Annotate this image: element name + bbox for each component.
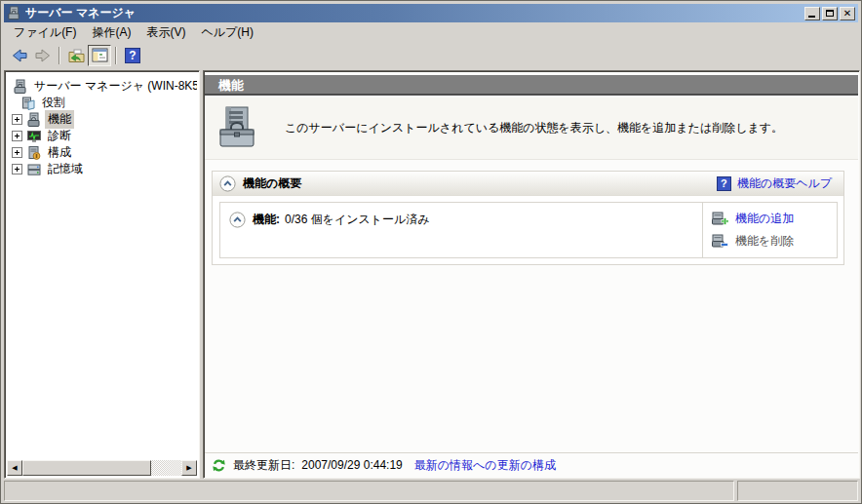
remove-features-action[interactable]: 機能を削除 xyxy=(712,230,837,252)
close-button[interactable]: ✕ xyxy=(840,7,855,20)
tree-root-server-manager[interactable]: サーバー マネージャ (WIN-8K5SAI2 xyxy=(7,78,197,95)
last-update-value: 2007/09/29 0:44:19 xyxy=(301,458,402,472)
expand-plus-icon[interactable] xyxy=(12,164,22,174)
features-large-icon xyxy=(215,105,261,152)
scroll-left-button[interactable]: ◀ xyxy=(7,460,22,476)
features-count-label: 機能: xyxy=(253,212,280,228)
console-window-icon xyxy=(92,48,108,62)
expand-plus-icon[interactable] xyxy=(12,147,22,158)
tree-item-roles[interactable]: 役割 xyxy=(7,95,197,111)
back-arrow-icon xyxy=(11,47,28,64)
features-count-box: 機能: 0/36 個をインストール済み 機能の xyxy=(219,202,838,258)
actions-box: 機能の追加 機能を削除 xyxy=(702,203,837,257)
close-icon: ✕ xyxy=(843,9,851,19)
tree-item-features[interactable]: 機能 xyxy=(7,111,197,128)
tree-horizontal-scrollbar[interactable]: ◀ ▶ xyxy=(7,460,197,476)
summary-header: 機能の概要 ? 機能の概要ヘルプ xyxy=(213,172,843,196)
features-count-value: 0/36 個をインストール済み xyxy=(285,212,430,228)
tree-item-label: 記憶域 xyxy=(45,160,86,178)
details-panel: 機能 このサーバーにインストールされている機能の状態を表示し、機能を追加または削… xyxy=(203,70,860,479)
back-button[interactable] xyxy=(8,45,31,66)
server-manager-window: サーバー マネージャ ✕ ファイル(F) 操作(A) 表示(V) ヘルプ(H) xyxy=(0,0,862,504)
add-features-action[interactable]: 機能の追加 xyxy=(712,208,837,230)
maximize-button[interactable] xyxy=(822,7,838,20)
help-button[interactable]: ? xyxy=(121,45,144,66)
tree-item-diagnostics[interactable]: 診断 xyxy=(7,128,197,144)
titlebar: サーバー マネージャ ✕ xyxy=(4,4,858,22)
description-band: このサーバーにインストールされている機能の状態を表示し、機能を追加または削除しま… xyxy=(205,97,858,160)
toolbar-separator xyxy=(59,47,60,64)
add-features-icon xyxy=(712,212,728,226)
refresh-icon xyxy=(212,458,226,473)
summary-title: 機能の概要 xyxy=(243,175,301,192)
console-tree-panel: サーバー マネージャ (WIN-8K5SAI2 役割 xyxy=(4,70,200,479)
page-title: 機能 xyxy=(218,78,244,93)
features-summary-help-link[interactable]: 機能の概要ヘルプ xyxy=(737,175,832,192)
remove-features-icon xyxy=(712,234,728,249)
minimize-icon xyxy=(808,16,815,18)
features-summary-section: 機能の概要 ? 機能の概要ヘルプ 機能: 0/36 個をインストール済み xyxy=(212,171,844,265)
server-manager-icon xyxy=(7,6,21,20)
folder-arrow-icon xyxy=(68,48,85,63)
configure-refresh-link[interactable]: 最新の情報への更新の構成 xyxy=(414,457,556,474)
features-icon xyxy=(26,112,42,128)
page-title-bar: 機能 xyxy=(205,75,858,96)
toolbar-separator xyxy=(115,47,117,64)
maximize-icon xyxy=(826,10,834,17)
summary-body: 機能: 0/36 個をインストール済み 機能の xyxy=(213,196,843,264)
remove-features-link[interactable]: 機能を削除 xyxy=(735,233,794,250)
collapse-chevron-icon[interactable] xyxy=(219,175,236,192)
menu-file[interactable]: ファイル(F) xyxy=(6,22,84,43)
last-update-label: 最終更新日: xyxy=(233,457,294,474)
roles-icon xyxy=(20,96,36,111)
show-hide-tree-button[interactable] xyxy=(64,45,88,66)
scroll-left-icon: ◀ xyxy=(12,464,17,472)
tree-item-configuration[interactable]: 構成 xyxy=(7,144,197,161)
forward-button[interactable] xyxy=(31,45,55,66)
menu-view[interactable]: 表示(V) xyxy=(138,22,193,43)
toolbar: ? xyxy=(4,42,858,68)
status-bar-pane xyxy=(737,481,858,501)
storage-icon xyxy=(26,162,42,177)
collapse-chevron-icon[interactable] xyxy=(229,212,246,228)
summary-help: ? 機能の概要ヘルプ xyxy=(717,175,832,192)
help-icon: ? xyxy=(717,176,731,191)
page-description: このサーバーにインストールされている機能の状態を表示し、機能を追加または削除しま… xyxy=(285,120,783,136)
expand-plus-icon[interactable] xyxy=(12,114,22,125)
server-manager-node-icon xyxy=(13,79,28,95)
last-refresh-bar: 最終更新日: 2007/09/29 0:44:19 最新の情報への更新の構成 xyxy=(205,452,858,477)
window-title: サーバー マネージャ xyxy=(25,5,803,21)
status-bar-pane xyxy=(4,481,734,501)
scroll-right-icon: ▶ xyxy=(186,464,191,472)
help-icon: ? xyxy=(125,48,140,63)
menubar: ファイル(F) 操作(A) 表示(V) ヘルプ(H) xyxy=(4,22,858,42)
add-features-link[interactable]: 機能の追加 xyxy=(735,211,794,227)
console-tree-toggle-button[interactable] xyxy=(88,45,111,66)
expand-plus-icon[interactable] xyxy=(12,131,22,141)
tree-item-storage[interactable]: 記憶域 xyxy=(7,161,197,177)
minimize-button[interactable] xyxy=(804,7,820,20)
menu-action[interactable]: 操作(A) xyxy=(84,22,138,43)
console-tree: サーバー マネージャ (WIN-8K5SAI2 役割 xyxy=(7,73,197,460)
scrollbar-track[interactable] xyxy=(151,460,181,476)
scrollbar-thumb[interactable] xyxy=(22,460,151,476)
forward-arrow-icon xyxy=(34,47,52,64)
menu-help[interactable]: ヘルプ(H) xyxy=(193,22,261,43)
scroll-right-button[interactable]: ▶ xyxy=(181,460,197,476)
diagnostics-icon xyxy=(26,129,42,144)
configuration-icon xyxy=(26,145,42,161)
